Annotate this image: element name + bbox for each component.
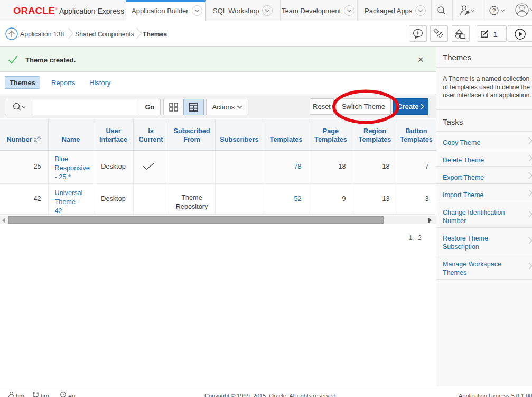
- svg-text:®: ®: [55, 7, 58, 11]
- svg-text:?: ?: [492, 7, 496, 15]
- svg-text:ORACLE: ORACLE: [13, 7, 55, 15]
